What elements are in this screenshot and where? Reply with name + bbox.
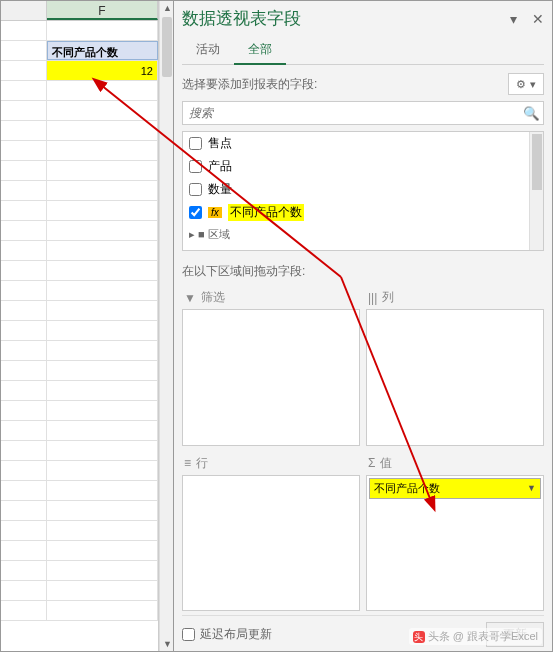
area-filter-box[interactable] (182, 309, 360, 446)
add-fields-label: 选择要添加到报表的字段: (182, 76, 317, 93)
drop-areas: ▼筛选 |||列 ≡行 Σ值 不同产品个数 ▼ (182, 286, 544, 611)
defer-layout-checkbox[interactable]: 延迟布局更新 (182, 626, 272, 643)
values-icon: Σ (368, 456, 375, 470)
scroll-thumb[interactable] (162, 17, 172, 77)
watermark: 头头条 @ 跟表哥学Excel (409, 628, 542, 645)
value-field-dropdown-icon[interactable]: ▼ (527, 483, 536, 493)
field-label: 数量 (208, 181, 232, 198)
fieldlist-scroll-thumb[interactable] (532, 134, 542, 190)
filter-icon: ▼ (184, 291, 196, 305)
field-item[interactable]: 产品 (183, 155, 543, 178)
value-field-label: 不同产品个数 (374, 481, 440, 496)
pane-close-icon[interactable]: ✕ (532, 11, 544, 27)
field-checkbox[interactable] (189, 183, 202, 196)
columns-icon: ||| (368, 291, 377, 305)
area-columns-box[interactable] (366, 309, 544, 446)
area-rows-box[interactable] (182, 475, 360, 612)
fieldlist-scrollbar[interactable] (529, 132, 543, 250)
area-filter-label: 筛选 (201, 289, 225, 306)
value-field-item[interactable]: 不同产品个数 ▼ (369, 478, 541, 499)
field-label: 不同产品个数 (228, 204, 304, 221)
area-values-box[interactable]: 不同产品个数 ▼ (366, 475, 544, 612)
field-item[interactable]: 售点 (183, 132, 543, 155)
tab-all[interactable]: 全部 (234, 36, 286, 65)
field-label: 产品 (208, 158, 232, 175)
area-columns: |||列 (366, 286, 544, 446)
rows-icon: ≡ (184, 456, 191, 470)
area-filter: ▼筛选 (182, 286, 360, 446)
drag-areas-label: 在以下区域间拖动字段: (182, 263, 544, 280)
search-icon[interactable]: 🔍 (519, 102, 543, 124)
column-headers: F (1, 1, 158, 21)
sheet-scrollbar[interactable]: ▲ ▼ (159, 1, 173, 651)
field-checkbox[interactable] (189, 160, 202, 173)
scroll-up-icon[interactable]: ▲ (163, 3, 172, 13)
column-header-spacer (1, 1, 47, 20)
layout-options-button[interactable]: ⚙ ▾ (508, 73, 544, 95)
area-values: Σ值 不同产品个数 ▼ (366, 452, 544, 612)
field-checkbox[interactable] (189, 137, 202, 150)
search-input[interactable] (183, 102, 519, 124)
tab-active[interactable]: 活动 (182, 36, 234, 64)
pivot-field-pane: 数据透视表字段 ▾ ✕ 活动 全部 选择要添加到报表的字段: ⚙ ▾ 🔍 售点 … (173, 1, 552, 651)
area-columns-label: 列 (382, 289, 394, 306)
area-rows: ≡行 (182, 452, 360, 612)
pivot-value-cell[interactable]: 12 (47, 61, 158, 80)
worksheet-column: F 不同产品个数 12 (1, 1, 159, 651)
pane-title: 数据透视表字段 (182, 7, 301, 30)
field-checkbox[interactable] (189, 206, 202, 219)
fx-icon: fx (208, 207, 222, 218)
sheet-body: 不同产品个数 12 (1, 21, 158, 621)
area-rows-label: 行 (196, 455, 208, 472)
field-item[interactable]: 数量 (183, 178, 543, 201)
search-box[interactable]: 🔍 (182, 101, 544, 125)
field-truncated: ▸ ■ 区域 (183, 224, 543, 245)
field-item-calculated[interactable]: fx 不同产品个数 (183, 201, 543, 224)
area-values-label: 值 (380, 455, 392, 472)
field-list: 售点 产品 数量 fx 不同产品个数 ▸ ■ 区域 (182, 131, 544, 251)
scroll-down-icon[interactable]: ▼ (163, 639, 172, 649)
pivot-header-cell[interactable]: 不同产品个数 (47, 41, 158, 60)
column-header-f[interactable]: F (47, 1, 158, 20)
pane-dropdown-icon[interactable]: ▾ (510, 11, 517, 27)
field-label: 售点 (208, 135, 232, 152)
pane-tabs: 活动 全部 (182, 36, 544, 65)
